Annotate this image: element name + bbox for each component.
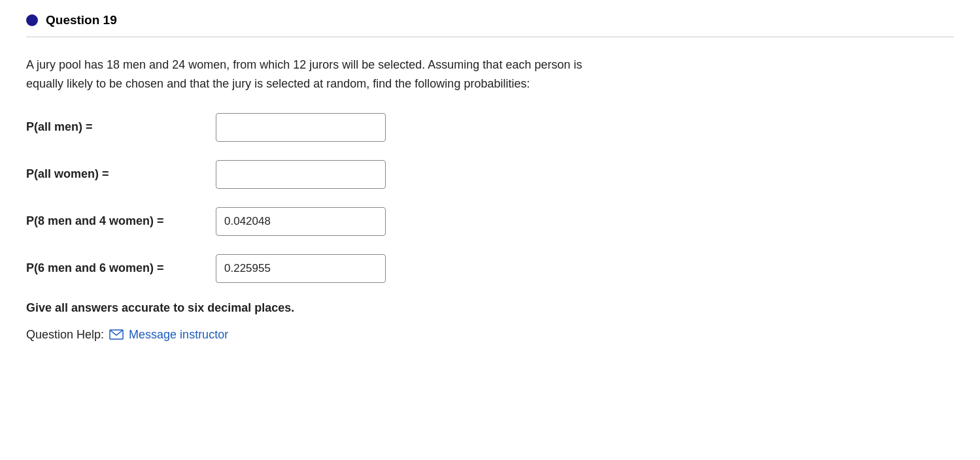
question-body-line1: A jury pool has 18 men and 24 women, fro…	[26, 58, 582, 71]
accuracy-note: Give all answers accurate to six decimal…	[26, 301, 954, 315]
prob-input-8men-4women[interactable]	[216, 207, 386, 236]
question-container: Question 19 A jury pool has 18 men and 2…	[0, 0, 980, 361]
prob-row-all-men: P(all men) =	[26, 113, 954, 142]
question-header: Question 19	[26, 13, 954, 37]
question-help: Question Help: Message instructor	[26, 328, 954, 342]
message-instructor-label: Message instructor	[129, 328, 228, 342]
prob-label-all-women: P(all women) =	[26, 167, 209, 181]
question-body: A jury pool has 18 men and 24 women, fro…	[26, 56, 909, 93]
prob-label-all-men: P(all men) =	[26, 120, 209, 134]
prob-label-6men-6women: P(6 men and 6 women) =	[26, 261, 209, 275]
help-label: Question Help:	[26, 328, 104, 342]
question-dot-icon	[26, 14, 38, 26]
question-title: Question 19	[46, 13, 117, 27]
prob-row-all-women: P(all women) =	[26, 160, 954, 189]
prob-row-6men-6women: P(6 men and 6 women) =	[26, 254, 954, 283]
prob-input-6men-6women[interactable]	[216, 254, 386, 283]
prob-row-8men-4women: P(8 men and 4 women) =	[26, 207, 954, 236]
prob-label-8men-4women: P(8 men and 4 women) =	[26, 214, 209, 228]
message-instructor-link[interactable]: Message instructor	[109, 328, 228, 342]
question-body-line2: equally likely to be chosen and that the…	[26, 77, 530, 90]
prob-input-all-women[interactable]	[216, 160, 386, 189]
mail-icon	[109, 329, 124, 340]
prob-input-all-men[interactable]	[216, 113, 386, 142]
